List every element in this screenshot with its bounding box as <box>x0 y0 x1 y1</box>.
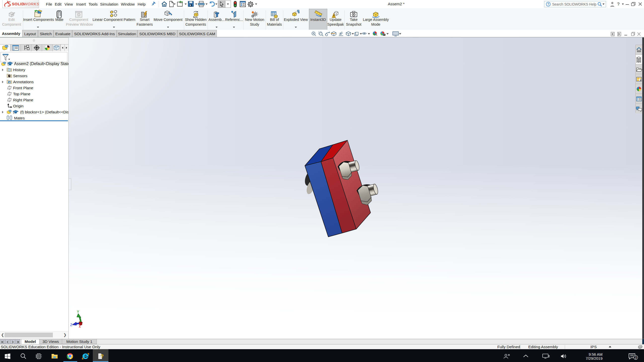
svg-text:SOLID: SOLID <box>12 2 24 6</box>
svg-text:?: ? <box>101 353 104 359</box>
svg-text:2: 2 <box>635 356 637 359</box>
svg-text:Y: Y <box>77 310 79 314</box>
svg-text:A: A <box>339 32 341 35</box>
svg-text:X: X <box>79 325 81 329</box>
svg-text:A: A <box>9 81 10 84</box>
svg-text:?: ? <box>547 3 549 6</box>
svg-text:WORKS: WORKS <box>24 2 39 6</box>
svg-text:Z: Z <box>70 323 72 327</box>
